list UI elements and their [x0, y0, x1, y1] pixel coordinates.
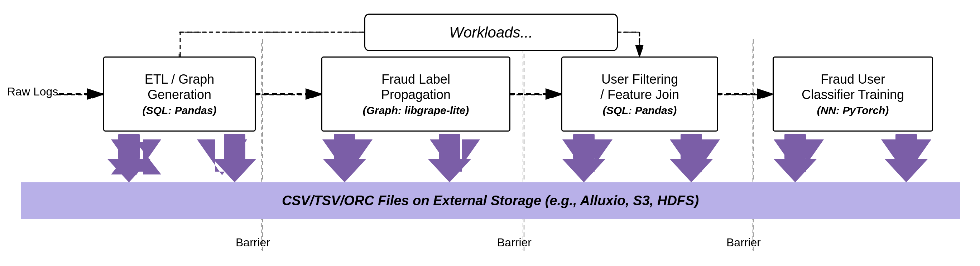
raw-logs-label: Raw Logs — [7, 85, 58, 98]
diagram-container: Raw Logs Workloads... ETL / Graph Genera… — [0, 0, 980, 266]
svg-marker-19 — [562, 139, 612, 175]
etl-title: ETL / Graph Generation — [145, 71, 215, 102]
etl-subtitle: (SQL: Pandas) — [143, 104, 217, 117]
user-filter-stage-box: User Filtering / Feature Join (SQL: Pand… — [561, 57, 718, 131]
fraud-label-subtitle: (Graph: libgrape-lite) — [363, 104, 469, 117]
fraud-user-stage-box: Fraud User Classifier Training (NN: PyTo… — [773, 57, 933, 131]
barrier-1-label: Barrier — [236, 236, 270, 249]
user-filter-title: User Filtering / Feature Join — [600, 71, 679, 102]
barrier-3-label: Barrier — [726, 236, 761, 249]
svg-marker-20 — [670, 139, 720, 175]
storage-label: CSV/TSV/ORC Files on External Storage (e… — [282, 193, 699, 209]
fraud-label-stage-box: Fraud Label Propagation (Graph: libgrape… — [321, 57, 511, 131]
storage-bar: CSV/TSV/ORC Files on External Storage (e… — [21, 182, 960, 219]
svg-marker-18 — [430, 139, 480, 175]
user-filter-subtitle: (SQL: Pandas) — [603, 104, 677, 117]
fraud-label-title: Fraud Label Propagation — [381, 71, 450, 102]
etl-stage-box: ETL / Graph Generation (SQL: Pandas) — [103, 57, 256, 131]
svg-marker-22 — [881, 139, 931, 175]
svg-marker-17 — [322, 139, 372, 175]
fraud-user-title: Fraud User Classifier Training — [802, 71, 904, 102]
svg-marker-16 — [197, 139, 247, 175]
workloads-title: Workloads... — [449, 24, 533, 41]
fraud-user-subtitle: (NN: PyTorch) — [817, 104, 889, 117]
barrier-2-label: Barrier — [497, 236, 531, 249]
svg-marker-21 — [774, 139, 824, 175]
workloads-box: Workloads... — [364, 14, 618, 51]
